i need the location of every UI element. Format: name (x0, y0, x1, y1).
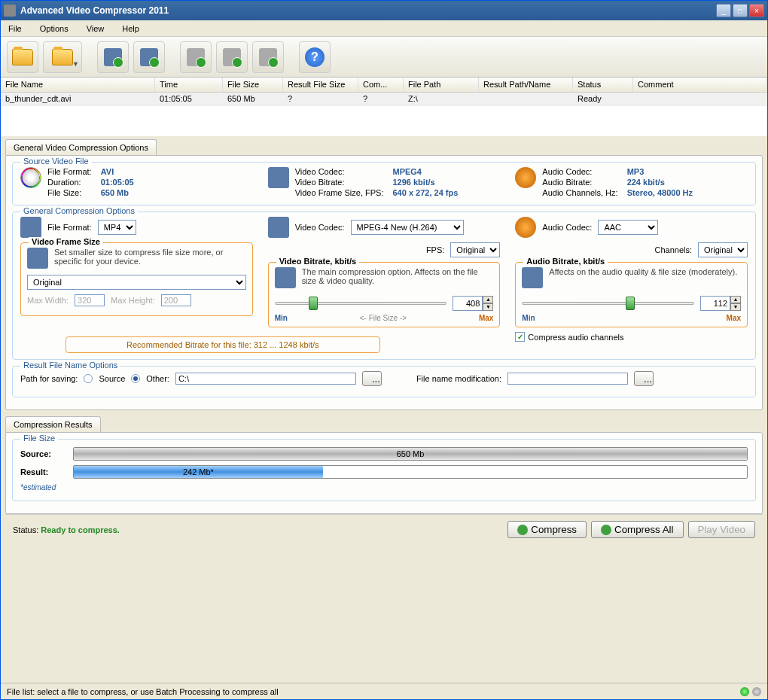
abitrate-hint: Affects on the audio quality & file size… (549, 267, 737, 276)
src-achannels-label: Audio Channels, Hz: (542, 188, 617, 197)
col-header-size[interactable]: File Size (223, 78, 283, 92)
compress-button[interactable] (97, 41, 129, 73)
video-bitrate-input[interactable] (453, 296, 483, 311)
menu-view[interactable]: View (84, 23, 108, 35)
pause-button[interactable] (180, 41, 212, 73)
cell-rpath (479, 93, 573, 106)
estimated-note: *estimated (20, 483, 748, 492)
src-acodec-label: Audio Codec: (542, 167, 617, 176)
frame-size-title: Video Frame Size (29, 237, 103, 246)
src-vframe-value: 640 x 272, 24 fps (392, 188, 458, 197)
maximize-button[interactable]: □ (733, 4, 748, 17)
browse-mod-button[interactable]: ... (634, 371, 654, 386)
col-header-time[interactable]: Time (155, 78, 223, 92)
file-format-select[interactable]: MP4 (98, 220, 136, 235)
fmt-label: File Format: (47, 223, 92, 232)
src-acodec-value: MP3 (627, 167, 693, 176)
video-codec-select[interactable]: MPEG-4 New (H.264) (351, 220, 464, 235)
frame-size-select[interactable]: Original (27, 275, 246, 290)
max-height-label: Max Height: (111, 296, 155, 305)
source-radio-label: Source (99, 374, 125, 383)
source-bar-label: Source: (20, 449, 73, 458)
speaker-icon (515, 167, 536, 188)
play-button[interactable] (252, 41, 284, 73)
src-format-value: AVI (101, 167, 134, 176)
src-duration-label: Duration: (47, 178, 92, 187)
pause-icon (187, 48, 205, 66)
audio-codec-select[interactable]: AAC (598, 220, 658, 235)
compress-action-button[interactable]: Compress (507, 521, 587, 538)
min-label: Min (522, 314, 535, 322)
max-height-input[interactable] (161, 294, 191, 306)
source-bar: 650 Mb (73, 447, 748, 461)
compress-audio-checkbox[interactable]: ✓ (515, 332, 525, 342)
mod-input[interactable] (507, 373, 628, 385)
titlebar: Advanced Video Compressor 2011 _ □ × (1, 1, 767, 20)
src-size-label: File Size: (47, 188, 92, 197)
source-video-group: Source Video File File Format: AVI Durat… (12, 162, 756, 205)
source-bar-value: 650 Mb (74, 448, 747, 460)
help-button[interactable]: ? (299, 41, 331, 73)
other-radio-label: Other: (146, 374, 169, 383)
audio-bitrate-input[interactable] (700, 296, 730, 311)
col-header-rpath[interactable]: Result Path/Name (479, 78, 573, 92)
src-duration-value: 01:05:05 (101, 178, 134, 187)
src-vbitrate-label: Video Bitrate: (295, 178, 384, 187)
menu-help[interactable]: Help (119, 23, 142, 35)
minimize-button[interactable]: _ (716, 4, 731, 17)
browse-path-button[interactable]: ... (362, 371, 382, 386)
channels-select[interactable]: Original (698, 242, 748, 257)
spin-down-button[interactable]: ▼ (483, 303, 493, 311)
spin-up-button[interactable]: ▲ (730, 296, 741, 303)
table-row[interactable]: b_thunder_cdt.avi 01:05:05 650 Mb ? ? Z:… (1, 93, 767, 106)
abitrate-title: Audio Bitrate, kbit/s (523, 257, 608, 266)
stop-button[interactable] (216, 41, 248, 73)
col-header-name[interactable]: File Name (1, 78, 155, 92)
close-button[interactable]: × (749, 4, 764, 17)
resize-icon (27, 248, 48, 269)
src-format-label: File Format: (47, 167, 92, 176)
spin-down-button[interactable]: ▼ (730, 303, 741, 311)
path-input[interactable] (175, 373, 356, 385)
vcodec-label: Video Codec: (295, 223, 345, 232)
result-opts-title: Result File Name Options (20, 361, 120, 370)
status-dot-green (740, 687, 749, 696)
result-bar-value: 242 Mb* (74, 466, 323, 478)
other-radio[interactable] (131, 374, 140, 383)
video-bitrate-slider[interactable] (275, 294, 447, 312)
cell-time: 01:05:05 (155, 93, 223, 106)
compress-all-action-button[interactable]: Compress All (591, 521, 684, 538)
folder-icon (52, 49, 73, 65)
main-window: Advanced Video Compressor 2011 _ □ × Fil… (0, 0, 768, 700)
source-radio[interactable] (84, 374, 93, 383)
stop-icon (223, 48, 241, 66)
menu-file[interactable]: File (5, 23, 25, 35)
compress-all-icon (140, 48, 158, 66)
open-dropdown-button[interactable]: ▼ (43, 41, 82, 73)
compress-all-button[interactable] (133, 41, 165, 73)
compress-icon (517, 525, 528, 535)
audio-bitrate-slider[interactable] (522, 294, 694, 312)
src-abitrate-value: 224 kbit/s (627, 178, 693, 187)
toolbar: ▼ ? (1, 37, 767, 78)
frame-size-hint: Set smaller size to compress file size m… (54, 248, 246, 266)
max-width-input[interactable] (75, 294, 105, 306)
src-abitrate-label: Audio Bitrate: (542, 178, 617, 187)
play-video-button[interactable]: Play Video (688, 521, 755, 538)
col-header-comp[interactable]: Com... (358, 78, 404, 92)
col-header-path[interactable]: File Path (404, 78, 479, 92)
fps-select[interactable]: Original (450, 242, 500, 257)
path-save-label: Path for saving: (20, 374, 78, 383)
col-header-comment[interactable]: Comment (633, 78, 767, 92)
tab-compression-results[interactable]: Compression Results (5, 416, 101, 432)
open-button[interactable] (7, 41, 38, 73)
vbitrate-title: Video Bitrate, kbit/s (276, 257, 360, 266)
filesize-label: <- File Size -> (360, 314, 407, 322)
col-header-result[interactable]: Result File Size (283, 78, 358, 92)
menu-options[interactable]: Options (37, 23, 72, 35)
col-header-status[interactable]: Status (573, 78, 633, 92)
tab-general-options[interactable]: General Video Compression Options (5, 139, 157, 155)
spin-up-button[interactable]: ▲ (483, 296, 493, 303)
result-bar-label: Result: (20, 467, 73, 476)
result-bar: 242 Mb* (73, 465, 748, 479)
